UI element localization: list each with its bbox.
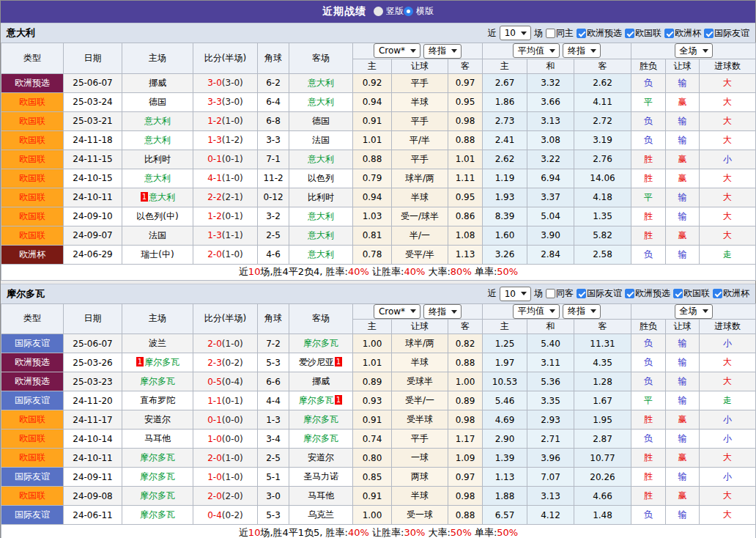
odds-provider-select[interactable]: Crow* [374,304,420,319]
home-team-link[interactable]: 波兰 [149,338,166,348]
odds-handicap-cell: 半/一 [392,226,448,245]
home-team-link[interactable]: 瑞士(中) [141,249,174,259]
odds-home-cell: 0.91 [353,111,392,130]
league-checkbox[interactable] [704,29,714,38]
away-team-link[interactable]: 摩尔多瓦 [299,395,334,405]
league-filter[interactable]: 国际友谊 [577,287,622,300]
league-checkbox[interactable] [713,289,722,298]
summary-segment: 50% [451,527,472,538]
away-team-link[interactable]: 乌克兰 [308,509,334,520]
layout-radio-horizontal[interactable]: 横版 [404,5,434,18]
home-team-link[interactable]: 摩尔多瓦 [140,471,175,482]
away-team-link[interactable]: 挪威 [312,376,330,386]
col-subheader: 和 [527,59,574,73]
odds-away-cell: 0.89 [448,391,483,410]
avg-draw-cell: 6.94 [527,169,574,188]
league-checkbox[interactable] [577,29,586,38]
league-filter[interactable]: 欧洲杯 [713,287,749,300]
home-team-link[interactable]: 挪威 [149,78,166,88]
same-venue-filter[interactable]: 同客 [546,287,574,300]
league-filter[interactable]: 欧洲杯 [664,27,701,40]
odds-away-cell: 1.01 [448,150,483,169]
league-filter[interactable]: 国际友谊 [704,27,749,40]
odds-stage-select[interactable]: 终指 [423,44,462,59]
home-team-link[interactable]: 意大利 [144,116,171,126]
home-team-link[interactable]: 比利时 [144,154,171,164]
league-checkbox[interactable] [625,289,634,298]
home-team-link[interactable]: 摩尔多瓦 [140,490,175,501]
away-team-link[interactable]: 意大利 [308,249,334,259]
away-team-link[interactable]: 爱沙尼亚 [299,357,334,367]
recent-count-select-value: 10 [505,28,516,38]
fulltime-score: 1-0 [207,472,222,482]
avg-odds-select-value: 平均值 [518,45,544,57]
odds-provider-select[interactable]: Crow* [374,43,420,58]
result-handicap-cell: 赢 [666,226,700,245]
odds-stage-select[interactable]: 终指 [423,304,462,319]
avg-stage-select[interactable]: 终指 [563,304,601,319]
home-team-link[interactable]: 意大利 [144,173,171,183]
away-team-cell: 圣马力诺 [289,468,353,487]
home-team-link[interactable]: 马耳他 [144,433,171,443]
same-venue-checkbox[interactable] [546,29,555,38]
away-team-link[interactable]: 意大利 [308,211,334,221]
league-filter[interactable]: 欧国联 [673,287,710,300]
home-team-link[interactable]: 直布罗陀 [140,395,175,405]
away-team-link[interactable]: 圣马力诺 [303,471,338,482]
league-filter[interactable]: 欧国联 [625,27,662,40]
home-team-link[interactable]: 意大利 [149,192,175,202]
recent-count-select[interactable]: 10 [500,26,531,40]
away-team-link[interactable]: 摩尔多瓦 [303,414,338,424]
away-team-link[interactable]: 德国 [312,116,330,126]
away-team-link[interactable]: 摩尔多瓦 [303,338,338,348]
avg-stage-select[interactable]: 终指 [563,43,601,58]
league-checkbox[interactable] [664,29,674,38]
home-team-link[interactable]: 法国 [149,230,166,240]
home-team-link[interactable]: 以色列(中) [136,211,178,221]
away-team-link[interactable]: 马耳他 [308,490,334,501]
league-checkbox[interactable] [673,289,683,298]
home-team-link[interactable]: 安道尔 [144,414,171,424]
away-team-link[interactable]: 意大利 [308,78,334,88]
league-filter[interactable]: 欧洲预选 [577,27,622,40]
league-checkbox[interactable] [625,29,634,38]
away-team-link[interactable]: 法国 [312,135,330,145]
same-venue-checkbox[interactable] [546,289,555,298]
home-team-link[interactable]: 摩尔多瓦 [140,376,175,386]
summary-segment: 40% [404,266,425,277]
avg-odds-select[interactable]: 平均值 [513,304,560,319]
halftime-score: (2-1) [222,192,243,202]
home-team-link[interactable]: 德国 [149,97,166,107]
col-header: 日期 [64,43,122,74]
date-cell: 24-10-11 [64,188,122,207]
scope-select[interactable]: 全场 [675,43,713,58]
away-team-link[interactable]: 安道尔 [308,452,334,463]
halftime-score: (1-0) [222,249,243,259]
home-team-link[interactable]: 摩尔多瓦 [140,509,175,520]
type-cell: 欧国联 [1,207,64,226]
league-checkbox[interactable] [577,289,586,298]
away-team-cell: 比利时 [289,188,353,207]
avg-odds-select[interactable]: 平均值 [513,43,560,58]
away-team-link[interactable]: 意大利 [308,230,334,240]
red-card-badge: 1 [335,357,342,366]
away-team-link[interactable]: 比利时 [308,192,334,202]
away-team-link[interactable]: 意大利 [308,154,334,164]
home-team-link[interactable]: 摩尔多瓦 [144,357,179,367]
col-subheader: 客 [448,59,483,73]
away-team-link[interactable]: 意大利 [308,97,334,107]
same-venue-filter[interactable]: 同主 [546,27,574,40]
chevron-down-icon [590,309,596,313]
league-filter[interactable]: 欧洲预选 [625,287,670,300]
away-team-link[interactable]: 以色列 [308,173,334,183]
home-team-cell: 马耳他 [122,430,193,449]
layout-radio-vertical[interactable]: 竖版 [374,5,404,18]
col-header: 日期 [64,303,122,334]
away-team-link[interactable]: 摩尔多瓦 [303,433,338,443]
summary-row: 近10场,胜4平1负5, 胜率:40% 让胜率:30% 大率:50% 单率:50… [1,525,756,538]
recent-count-select[interactable]: 10 [500,287,531,301]
type-cell: 欧国联 [1,430,64,449]
home-team-link[interactable]: 意大利 [144,135,171,145]
scope-select[interactable]: 全场 [675,304,713,319]
home-team-link[interactable]: 摩尔多瓦 [140,452,175,463]
